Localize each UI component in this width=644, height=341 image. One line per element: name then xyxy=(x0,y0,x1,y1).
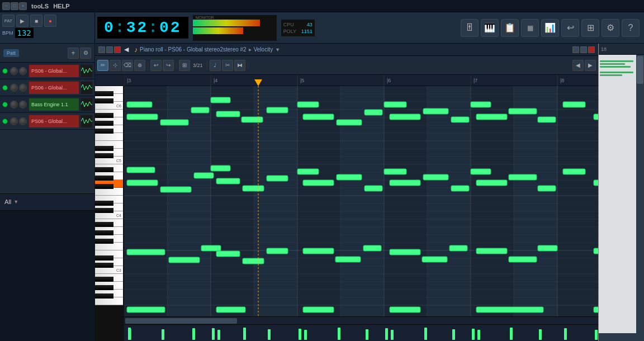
note[interactable] xyxy=(211,97,230,103)
pencil-tool-btn[interactable]: ✏ xyxy=(97,60,108,71)
pr-minimize-btn[interactable] xyxy=(98,46,105,53)
pr-scrollbar-thumb-h[interactable] xyxy=(125,318,237,324)
note[interactable] xyxy=(127,167,155,173)
channel-name-4[interactable]: PS06 - Global... xyxy=(29,115,79,127)
note[interactable] xyxy=(594,248,598,254)
channel-led-4[interactable] xyxy=(2,119,8,124)
note[interactable] xyxy=(384,102,406,107)
note[interactable] xyxy=(303,307,334,312)
scroll-right-btn[interactable]: ▶ xyxy=(585,60,596,71)
volume-knob-2[interactable] xyxy=(10,84,18,92)
zoom-tool-btn[interactable]: ⊕ xyxy=(134,60,145,71)
redo-btn[interactable]: ↪ xyxy=(163,60,174,71)
menu-help[interactable]: HELP xyxy=(51,2,72,11)
channel-name-3[interactable]: Bass Engine 1.1 xyxy=(29,98,79,111)
note[interactable] xyxy=(216,251,240,257)
note[interactable] xyxy=(303,180,334,186)
pr-velocity-dropdown-arrow[interactable]: ▼ xyxy=(275,47,280,53)
note[interactable] xyxy=(471,169,491,174)
select-tool-btn[interactable]: ⊹ xyxy=(110,60,121,71)
channel-name-2[interactable]: PS06 - Global... xyxy=(29,82,79,94)
note[interactable] xyxy=(423,108,448,114)
note[interactable] xyxy=(337,120,362,125)
channel-name-1[interactable]: PS06 - Global... xyxy=(29,65,79,77)
pr-close-btn[interactable] xyxy=(114,46,121,53)
note[interactable] xyxy=(390,114,420,120)
note[interactable] xyxy=(423,174,448,180)
note[interactable] xyxy=(594,307,598,312)
note[interactable] xyxy=(390,180,420,186)
note[interactable] xyxy=(337,174,362,180)
note[interactable] xyxy=(451,186,469,191)
note[interactable] xyxy=(538,117,556,122)
maximize-btn[interactable]: □ xyxy=(11,2,18,10)
note[interactable] xyxy=(563,102,585,107)
note[interactable] xyxy=(476,114,507,120)
pan-knob-1[interactable] xyxy=(19,67,27,75)
note[interactable] xyxy=(216,178,240,184)
channel-add-btn[interactable]: + xyxy=(68,48,79,59)
help-btn[interactable]: ? xyxy=(622,19,640,37)
note[interactable] xyxy=(127,249,165,255)
note[interactable] xyxy=(384,169,406,174)
note[interactable] xyxy=(364,110,382,115)
note[interactable] xyxy=(191,107,209,113)
note[interactable] xyxy=(422,257,447,262)
note[interactable] xyxy=(216,111,240,117)
stop-btn[interactable]: ■ xyxy=(30,15,42,27)
pan-knob-3[interactable] xyxy=(19,101,27,108)
piano-roll-grid-body[interactable] xyxy=(124,86,598,316)
mixer-btn[interactable]: 🎚 xyxy=(461,19,479,37)
note[interactable] xyxy=(509,174,537,180)
pan-knob-2[interactable] xyxy=(19,84,27,92)
close-btn[interactable]: × xyxy=(19,2,27,10)
plugin-picker-btn[interactable]: ⊞ xyxy=(581,19,599,37)
chop-btn[interactable]: ✂ xyxy=(222,60,233,71)
quantize-btn[interactable]: ♩ xyxy=(210,60,221,71)
note[interactable] xyxy=(509,257,537,262)
channel-led-1[interactable] xyxy=(2,68,8,74)
note[interactable] xyxy=(390,307,420,312)
pr-maximize-btn[interactable] xyxy=(106,46,113,53)
menu-tools[interactable]: tooLS xyxy=(29,2,51,11)
note[interactable] xyxy=(267,107,288,113)
note[interactable] xyxy=(303,114,334,120)
note[interactable] xyxy=(169,257,200,263)
playlist-btn[interactable]: 📋 xyxy=(501,19,519,37)
glue-btn[interactable]: ⧓ xyxy=(234,60,245,71)
note[interactable] xyxy=(364,186,382,191)
note[interactable] xyxy=(216,307,245,312)
pr-dock-btn[interactable] xyxy=(580,46,587,53)
note[interactable] xyxy=(267,176,288,181)
piano-roll-scrollbar-h[interactable] xyxy=(124,316,598,324)
volume-knob-3[interactable] xyxy=(10,101,18,108)
pr-float-btn[interactable] xyxy=(572,46,579,53)
note[interactable] xyxy=(335,257,361,262)
note[interactable] xyxy=(297,169,319,174)
note[interactable] xyxy=(476,180,507,186)
note[interactable] xyxy=(267,248,288,254)
step-seq-btn[interactable]: ▦ xyxy=(521,19,539,37)
note[interactable] xyxy=(127,102,152,107)
note[interactable] xyxy=(538,245,557,251)
note[interactable] xyxy=(297,102,319,107)
note[interactable] xyxy=(211,165,230,171)
note[interactable] xyxy=(303,248,334,254)
pr-right-scrollbar-thumb[interactable] xyxy=(637,56,643,84)
note[interactable] xyxy=(449,245,467,251)
note[interactable] xyxy=(390,249,420,255)
volume-knob-4[interactable] xyxy=(10,117,18,125)
note[interactable] xyxy=(160,187,191,192)
note[interactable] xyxy=(563,169,585,174)
note[interactable] xyxy=(471,102,491,107)
undo-btn[interactable]: ↩ xyxy=(150,60,162,71)
pr-right-scroll-area[interactable] xyxy=(599,55,644,333)
minimize-btn[interactable]: − xyxy=(2,2,10,10)
note[interactable] xyxy=(243,258,264,264)
note[interactable] xyxy=(242,117,263,122)
browser-btn[interactable]: ↩ xyxy=(561,19,579,37)
note[interactable] xyxy=(363,245,381,251)
channel-led-3[interactable] xyxy=(2,102,8,107)
pr-right-scrollbar-h-bottom[interactable] xyxy=(599,333,644,341)
channel-led-2[interactable] xyxy=(2,85,8,91)
